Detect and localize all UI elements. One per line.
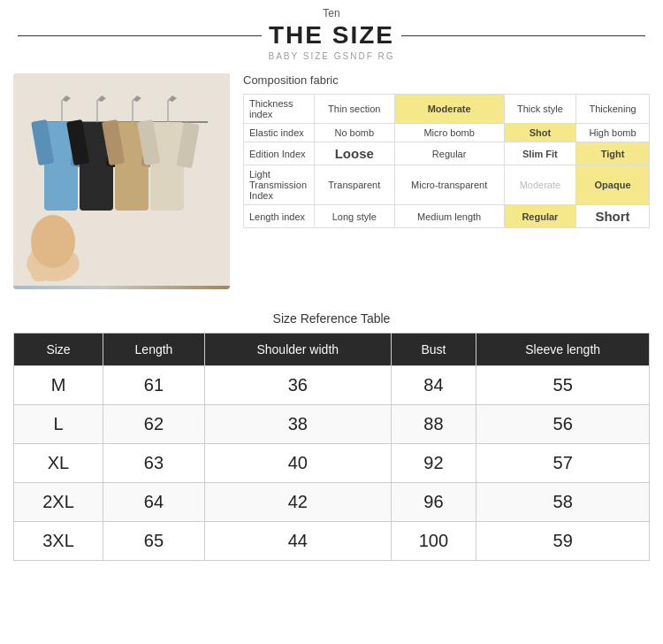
table-cell: Thick style <box>504 95 575 124</box>
table-row: 3XL 65 44 100 59 <box>14 522 650 561</box>
cell-length: 61 <box>103 366 205 405</box>
table-cell: Medium length <box>394 205 504 228</box>
cell-bust: 92 <box>391 444 476 483</box>
header-divider: THE SIZE <box>0 19 663 51</box>
row-label: Thickness index <box>244 95 315 124</box>
row-label: Elastic index <box>244 124 315 142</box>
cell-bust: 100 <box>391 522 476 561</box>
size-table-body: M 61 36 84 55 L 62 38 88 56 XL 63 40 92 … <box>14 366 650 561</box>
cell-bust: 84 <box>391 366 476 405</box>
cell-size: M <box>14 366 103 405</box>
cell-size: XL <box>14 444 103 483</box>
cell-shoulder: 38 <box>204 405 391 444</box>
cell-size: L <box>14 405 103 444</box>
size-table-header: Size Length Shoulder width Bust Sleeve l… <box>14 334 650 366</box>
index-table: Thickness index Thin section Moderate Th… <box>243 94 650 228</box>
cell-shoulder: 36 <box>204 366 391 405</box>
cell-sleeve: 56 <box>476 405 650 444</box>
cell-size: 2XL <box>14 483 103 522</box>
header: Ten THE SIZE BABY SIZE GSNDF RG <box>0 0 663 65</box>
cell-sleeve: 58 <box>476 483 650 522</box>
table-row: Elastic index No bomb Micro bomb Shot Hi… <box>244 124 650 142</box>
table-cell-highlight: Regular <box>504 205 575 228</box>
table-row: 2XL 64 42 96 58 <box>14 483 650 522</box>
cell-length: 62 <box>103 405 205 444</box>
table-cell: Thickening <box>576 95 650 124</box>
cell-size: 3XL <box>14 522 103 561</box>
table-cell: Long style <box>315 205 395 228</box>
table-cell-highlight: Tight <box>576 142 650 165</box>
cell-bust: 96 <box>391 483 476 522</box>
table-cell-highlight: Moderate <box>394 95 504 124</box>
row-label: Light Transmission Index <box>244 165 315 205</box>
table-cell-highlight: Opaque <box>576 165 650 205</box>
col-sleeve: Sleeve length <box>476 334 650 366</box>
row-label: Length index <box>244 205 315 228</box>
table-cell: Short <box>576 205 650 228</box>
table-cell: Micro bomb <box>394 124 504 142</box>
table-cell: Slim Fit <box>504 142 575 165</box>
cell-sleeve: 59 <box>476 522 650 561</box>
size-ref-title: Size Reference Table <box>13 311 650 326</box>
divider-line-left <box>18 35 262 36</box>
row-label: Edition Index <box>244 142 315 165</box>
col-size: Size <box>14 334 103 366</box>
table-cell: Regular <box>394 142 504 165</box>
table-row: M 61 36 84 55 <box>14 366 650 405</box>
divider-line-right <box>401 35 645 36</box>
size-ref-section: Size Reference Table Size Length Shoulde… <box>0 303 663 561</box>
composition-area: Composition fabric Thickness index Thin … <box>243 73 650 289</box>
product-image <box>13 73 230 289</box>
header-subtitle: BABY SIZE GSNDF RG <box>0 51 663 61</box>
table-row: XL 63 40 92 57 <box>14 444 650 483</box>
header-title: THE SIZE <box>269 21 394 50</box>
cell-length: 64 <box>103 483 205 522</box>
col-length: Length <box>103 334 205 366</box>
table-cell: Transparent <box>315 165 395 205</box>
header-top-label: Ten <box>0 7 663 19</box>
table-row: Thickness index Thin section Moderate Th… <box>244 95 650 124</box>
table-cell: Moderate <box>504 165 575 205</box>
composition-title: Composition fabric <box>243 73 650 87</box>
clothes-svg <box>13 73 230 286</box>
table-cell-highlight: Shot <box>504 124 575 142</box>
table-row: Length index Long style Medium length Re… <box>244 205 650 228</box>
table-row: Edition Index Loose Regular Slim Fit Tig… <box>244 142 650 165</box>
cell-shoulder: 40 <box>204 444 391 483</box>
svg-point-20 <box>31 215 75 268</box>
table-cell: High bomb <box>576 124 650 142</box>
table-cell: No bomb <box>315 124 395 142</box>
cell-sleeve: 55 <box>476 366 650 405</box>
table-cell: Loose <box>315 142 395 165</box>
table-cell: Micro-transparent <box>394 165 504 205</box>
header-row: Size Length Shoulder width Bust Sleeve l… <box>14 334 650 366</box>
image-placeholder <box>13 73 230 289</box>
table-cell: Thin section <box>315 95 395 124</box>
table-row: L 62 38 88 56 <box>14 405 650 444</box>
table-row: Light Transmission Index Transparent Mic… <box>244 165 650 205</box>
cell-shoulder: 44 <box>204 522 391 561</box>
col-bust: Bust <box>391 334 476 366</box>
cell-length: 65 <box>103 522 205 561</box>
size-table: Size Length Shoulder width Bust Sleeve l… <box>13 333 650 561</box>
col-shoulder: Shoulder width <box>204 334 391 366</box>
main-content: Composition fabric Thickness index Thin … <box>0 65 663 303</box>
cell-shoulder: 42 <box>204 483 391 522</box>
cell-length: 63 <box>103 444 205 483</box>
cell-bust: 88 <box>391 405 476 444</box>
cell-sleeve: 57 <box>476 444 650 483</box>
